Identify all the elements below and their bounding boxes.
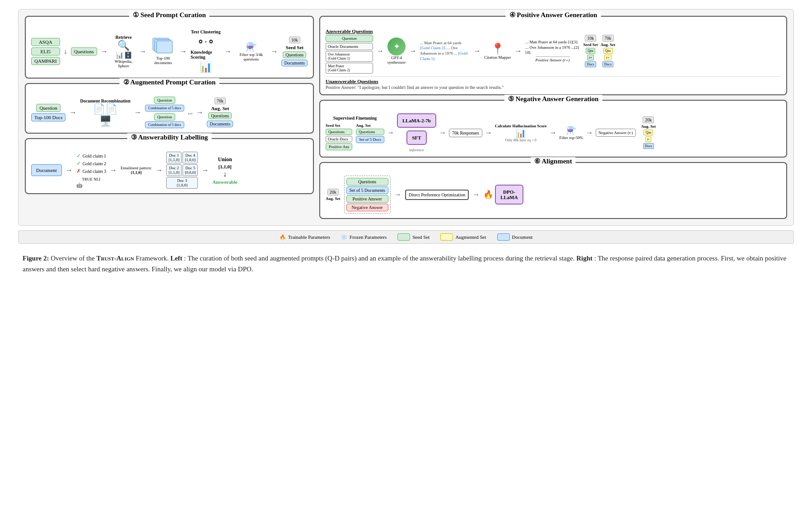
arrow6: → [271,47,278,56]
llama-box: LLaMA-2-7b [397,113,436,128]
sec1-content: ASQA ELI5 QAMPARI ↓ Questions → Retrieve… [31,29,308,73]
pos-answer-label: Positive Answer (r+) [536,56,570,62]
arrow-s6-1: → [394,191,401,199]
arrow-s4-1: → [377,47,384,55]
sec5-left: Supervised Finetuning Seed Set Questions… [326,116,384,150]
filter-icon-s5: ⚗️ [566,126,576,135]
seed-set-s1: 10k Seed Set Questions Documents [281,37,308,66]
right-label: Right [576,255,593,262]
qampari-box: QAMPARI [31,57,60,65]
arrow-s2-3: → [196,108,203,116]
true-nli-label: TRUE NLI [76,177,106,181]
dpo-box: Direct Preference Optimization [405,190,469,200]
top100-label: Top-100 documents [150,56,176,65]
filter-block-s1: ⚗️ Filter top 3/4k questions [235,42,267,61]
answerable-label: Answerable [212,179,238,185]
citation-mapper-label: Citation Mapper [484,55,511,60]
retrieve-icon: 🔍 [117,40,130,51]
entailment-val: [1,1,0] [121,170,152,175]
caption-text1: Overview of the [51,255,96,262]
filter-label-s5: Filter top-50% [560,135,583,140]
seed-set-legend-label: Seed Set [412,234,429,240]
unanswerable-row: Unanswerable Questions Positive Answer: … [326,76,781,90]
text-clustering-label: Text Clustering [191,29,220,34]
filter-funnel-icon: ⚗️ [246,42,257,52]
sec3-content: Document → ✓ Gold claim 1 ✓ Gold claim 2 [31,152,308,189]
aug-set-s2: 70k Aug. Set Questions Documents [207,98,233,127]
questions-box-s5: Questions [326,129,352,135]
arrow-s2-2: → [134,108,141,116]
responses-box: 70k Responses [449,129,482,137]
arrow5: → [224,47,232,56]
retrieve-label: Retrieve [116,35,132,40]
doc-input-s3: Document [31,164,62,176]
claims-block: ✓ Gold claim 1 ✓ Gold claim 2 ✗ Gold cla… [76,153,106,188]
section-3-title: ③ Answerability Labelling [127,133,212,141]
answerable-questions-label: Answerable Questions [326,28,373,34]
aug-set-s5: Aug. Set Questions Set of 5 Docs [356,123,384,150]
top100-block: Top-100 documents [150,38,176,65]
doc-4-cell: Doc 4[1,0,0] [182,152,198,163]
legend-seed-set: Seed Set [397,233,429,241]
mini-sets-s4: 10k Seed Set Qns r+ Docs 70k Aug. Set Qn… [583,35,616,67]
arrow-s5-2: → [439,129,446,137]
neg-ans-s6: Negative Answer [346,204,388,211]
frozen-icon: ❄️ [341,234,347,240]
main-container: ① Seed Prompt Curation ASQA ELI5 QAMPARI… [18,9,794,274]
person1-box: Ove Johansson(Gold Claim 1) [326,51,373,62]
set-5-docs-s5: Set of 5 Docs [356,136,384,143]
section-5-box: ⑤ Negative Answer Generation Supervised … [319,100,787,158]
sec5-input-groups: Seed Set Questions Oracle Docs Positive … [326,123,384,150]
set5docs-s6: Set of 5 Documents [346,186,388,194]
cross-icon-3: ✗ [76,168,81,175]
aug-set-mini: Aug. Set [601,42,616,47]
question-box-s2: Question [36,104,61,112]
claim-2-text: Gold claim 2 [83,161,106,166]
model-blocks-s5: LLaMA-2-7b SFT inference [397,113,436,152]
knowledge-icon: 📊 [200,61,212,73]
rplus-box-70k: r+ [604,55,611,60]
union-block: Union [1,1,0] ↓ Answerable [212,156,238,185]
gpt4-block: ✦ GPT-4synthesizer [387,37,406,65]
filter-s5: ⚗️ Filter top-50% [560,126,583,140]
caption-text3: : The curation of both seed and augmente… [184,255,577,262]
arrow-s6-2: → [472,191,480,199]
sec2-content: Question Top-100 Docs → Document Recombi… [31,97,308,128]
arrow-s3-4: → [201,166,209,174]
trainable-icon: 🔥 [280,234,286,240]
source-boxes: ASQA ELI5 QAMPARI [31,38,60,65]
section-1-title: ① Seed Prompt Curation [129,11,209,19]
percent-icon: 📊 [516,128,526,138]
section-2-title: ② Augmented Prompt Curation [120,78,219,86]
dpo-llama-block: 🔥 DPO-LLaMA [483,185,523,205]
top100-box-s2: Top-100 Docs [31,113,65,121]
documents-blue-s1: Documents [281,60,308,66]
claim-row-1: ✓ Gold claim 1 [76,153,106,159]
sec5-content: Supervised Finetuning Seed Set Questions… [326,113,781,152]
union-val: [1,1,0] [218,164,231,169]
neg-answer-box: Negative Answer (r-) [596,129,635,137]
docs-box-10k: Docs [585,61,596,67]
retrieve-block: Retrieve 🔍 📊 🗄️ Wikipedia, Sphere [112,35,136,68]
count-70k-s4: 70k [602,35,614,42]
docs-20k: Docs [643,143,654,149]
unanswerable-pos-ans: Positive Answer: "I apologize, but I cou… [326,85,781,90]
arrow-s4-2: → [409,47,416,55]
filter-label-s1: Filter top 3/4k questions [235,52,267,61]
arrow-s5-4: → [550,129,557,137]
doc-color-block [497,233,510,241]
arrow-s5-5: → [586,129,593,137]
eli5-box: ELI5 [31,47,60,56]
combination-2-box: Combination of 5 docs [145,121,184,128]
question-combo-2: Question [154,113,175,121]
aug-set-label-s5: Aug. Set [356,123,384,128]
seed-set-color-block [397,233,410,241]
claim-row-2: ✓ Gold claim 2 [76,160,106,167]
qns-20k: Qns [644,130,653,135]
question-combo-1: Question [154,97,175,104]
aug-set-label-s2: Aug. Set [211,106,229,111]
sec6-content: 20k Aug. Set Questions Set of 5 Document… [326,176,781,214]
aug-set-inputs-s6: Questions Set of 5 Documents Positive An… [344,176,391,214]
doc-5-cell: Doc 5[0,0,0] [182,164,198,176]
halluc-block: Calculate Hallucination Score 📊 Only 40k… [495,124,547,142]
